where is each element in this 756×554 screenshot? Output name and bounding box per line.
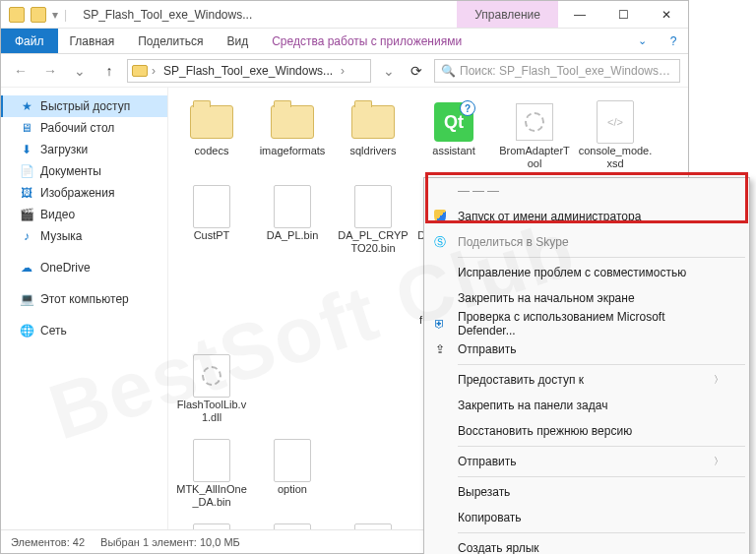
- context-menu-label: Предоставить доступ к: [458, 373, 584, 387]
- sidebar-item-label: Документы: [40, 164, 101, 178]
- status-item-count: Элементов: 42: [11, 536, 85, 548]
- file-label: assistant: [432, 145, 474, 157]
- folder-item[interactable]: codecs: [172, 97, 251, 178]
- folder-item[interactable]: imageformats: [253, 97, 332, 178]
- context-menu-label: Восстановить прежнюю версию: [458, 424, 632, 438]
- file-label: console_mode.xsd: [578, 145, 653, 169]
- tab-home[interactable]: Главная: [58, 29, 127, 53]
- file-item[interactable]: [334, 521, 412, 529]
- context-menu-label: Вырезать: [458, 485, 510, 499]
- breadcrumb[interactable]: SP_Flash_Tool_exe_Windows...: [159, 64, 337, 78]
- breadcrumb-sep2: ›: [341, 64, 345, 78]
- context-menu-pin-start[interactable]: Закрепить на начальном экране: [424, 285, 749, 311]
- search-input[interactable]: 🔍 Поиск: SP_Flash_Tool_exe_Windows_v5.20…: [434, 59, 680, 83]
- file-label: FlashToolLib.v1.dll: [174, 399, 249, 423]
- sidebar-item-label: Сеть: [40, 324, 67, 338]
- network-icon: 🌐: [19, 323, 34, 339]
- sidebar-item-videos[interactable]: 🎬 Видео: [1, 204, 167, 225]
- tab-share[interactable]: Поделиться: [126, 29, 215, 53]
- tab-file[interactable]: Файл: [1, 29, 58, 53]
- tab-view[interactable]: Вид: [215, 29, 260, 53]
- nav-forward-button[interactable]: →: [38, 59, 62, 83]
- quick-access-toolbar: ▾ |: [1, 7, 75, 23]
- sidebar-item-desktop[interactable]: 🖥 Рабочий стол: [1, 117, 167, 139]
- sidebar-item-onedrive[interactable]: ☁ OneDrive: [1, 257, 167, 278]
- ribbon-expand-button[interactable]: ⌄: [625, 29, 659, 53]
- address-dropdown-button[interactable]: ⌄: [377, 59, 401, 83]
- address-box[interactable]: › SP_Flash_Tool_exe_Windows... ›: [127, 59, 371, 83]
- blank-icon: [432, 183, 448, 199]
- generic-file-icon: [274, 185, 311, 228]
- context-menu-separator: [458, 476, 745, 477]
- sidebar-item-network[interactable]: 🌐 Сеть: [1, 320, 167, 341]
- context-menu-label: Закрепить на начальном экране: [458, 291, 635, 305]
- sidebar-item-pictures[interactable]: 🖼 Изображения: [1, 182, 167, 204]
- breadcrumb-sep: ›: [152, 64, 156, 78]
- sidebar-item-quick-access[interactable]: ★ Быстрый доступ: [1, 95, 167, 117]
- search-placeholder: Поиск: SP_Flash_Tool_exe_Windows_v5.2044…: [460, 64, 673, 78]
- file-item[interactable]: Qtassistant: [414, 97, 493, 178]
- context-menu-label: Создать ярлык: [458, 541, 539, 554]
- file-item[interactable]: FlashToolLib.v1.dll: [172, 351, 251, 432]
- tab-app-tools[interactable]: Средства работы с приложениями: [260, 29, 473, 53]
- context-menu-compat[interactable]: Исправление проблем с совместимостью: [424, 260, 749, 285]
- address-folder-icon: [132, 65, 148, 77]
- sidebar-item-music[interactable]: ♪ Музыка: [1, 225, 167, 247]
- folder-icon: [271, 105, 314, 139]
- nav-back-button[interactable]: ←: [9, 59, 32, 83]
- sidebar-item-label: Этот компьютер: [40, 292, 129, 306]
- context-menu-share[interactable]: ⇪Отправить: [424, 337, 749, 362]
- shield-icon: [432, 209, 448, 224]
- navigation-pane: ★ Быстрый доступ 🖥 Рабочий стол ⬇ Загруз…: [1, 88, 168, 529]
- cloud-icon: ☁: [19, 260, 34, 276]
- file-item[interactable]: [253, 521, 332, 529]
- sidebar-item-downloads[interactable]: ⬇ Загрузки: [1, 139, 167, 160]
- qat-folder-icon[interactable]: [31, 7, 46, 23]
- sidebar-item-label: Музыка: [40, 229, 82, 243]
- file-label: option: [278, 483, 307, 496]
- share-icon: ⇪: [432, 341, 448, 357]
- context-menu-grant-access[interactable]: Предоставить доступ к〉: [424, 367, 749, 393]
- context-menu-pin-taskbar[interactable]: Закрепить на панели задач: [424, 393, 749, 418]
- context-menu-skype[interactable]: ⓈПоделиться в Skype: [424, 229, 749, 255]
- help-button[interactable]: ?: [659, 29, 688, 53]
- maximize-button[interactable]: ☐: [601, 1, 645, 29]
- context-menu: ——— Запуск от имени администратора ⓈПоде…: [423, 177, 750, 554]
- status-selection: Выбран 1 элемент: 10,0 МБ: [100, 536, 240, 548]
- context-menu-separator: [458, 364, 745, 365]
- sidebar-item-documents[interactable]: 📄 Документы: [1, 160, 167, 182]
- context-menu-restore-prev[interactable]: Восстановить прежнюю версию: [424, 418, 749, 444]
- qat-dropdown-icon[interactable]: ▾: [52, 8, 58, 22]
- context-menu-shortcut[interactable]: Создать ярлык: [424, 535, 749, 554]
- video-icon: 🎬: [19, 207, 34, 222]
- music-icon: ♪: [19, 228, 34, 244]
- nav-up-button[interactable]: ↑: [97, 59, 121, 83]
- file-item[interactable]: option: [253, 436, 332, 517]
- folder-item[interactable]: sqldrivers: [334, 97, 412, 178]
- file-item[interactable]: DA_PL_CRYPTO20.bin: [334, 182, 412, 263]
- refresh-button[interactable]: ⟳: [405, 59, 428, 83]
- context-menu-separator: [458, 257, 745, 258]
- file-item[interactable]: BromAdapterTool: [495, 97, 574, 178]
- file-item[interactable]: </>console_mode.xsd: [576, 97, 655, 178]
- context-menu-cut[interactable]: Вырезать: [424, 479, 749, 505]
- nav-recent-button[interactable]: ⌄: [68, 59, 92, 83]
- sidebar-item-this-pc[interactable]: 💻 Этот компьютер: [1, 288, 167, 310]
- desktop-icon: 🖥: [19, 120, 34, 136]
- minimize-button[interactable]: —: [558, 1, 601, 29]
- context-menu-copy[interactable]: Копировать: [424, 505, 749, 530]
- file-item[interactable]: MTK_AllInOne_DA.bin: [172, 436, 251, 517]
- file-item[interactable]: CustPT: [172, 182, 251, 263]
- file-item[interactable]: DA_PL.bin: [253, 182, 332, 263]
- app-icon: [9, 7, 25, 23]
- context-menu-run-as-admin[interactable]: Запуск от имени администратора: [424, 204, 749, 229]
- pictures-icon: 🖼: [19, 185, 34, 201]
- context-menu-item[interactable]: ———: [424, 178, 749, 204]
- close-button[interactable]: ✕: [645, 1, 688, 29]
- context-menu-send-to[interactable]: Отправить〉: [424, 449, 749, 474]
- file-label: imageformats: [260, 145, 326, 157]
- file-item[interactable]: [172, 521, 251, 529]
- xml-icon: </>: [597, 100, 634, 144]
- generic-file-icon: [274, 439, 311, 482]
- context-menu-defender[interactable]: ⛨Проверка с использованием Microsoft Def…: [424, 311, 749, 337]
